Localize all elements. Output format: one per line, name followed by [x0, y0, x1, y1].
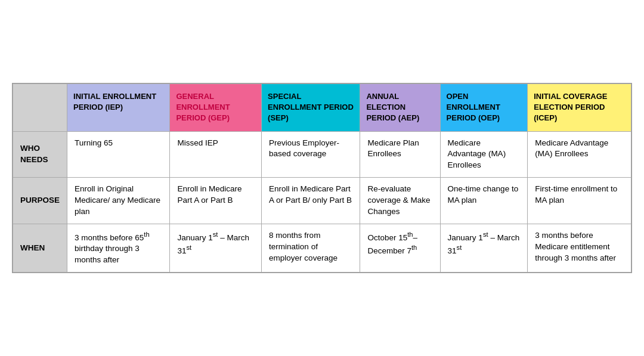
when-icep: 3 months before Medicare entitlement thr… — [528, 224, 631, 272]
header-blank — [13, 83, 67, 131]
who-needs-iep: Turning 65 — [67, 131, 170, 178]
who-needs-gep: Missed IEP — [170, 131, 262, 178]
when-row: WHEN 3 months before 65th birthday throu… — [13, 224, 631, 272]
who-needs-icep: Medicare Advantage (MA) Enrollees — [528, 131, 631, 178]
purpose-sep: Enroll in Medicare Part A or Part B/ onl… — [262, 178, 360, 224]
purpose-iep: Enroll in Original Medicare/ any Medicar… — [67, 178, 170, 224]
purpose-gep: Enroll in Medicare Part A or Part B — [170, 178, 262, 224]
who-needs-aep: Medicare Plan Enrollees — [360, 131, 440, 178]
purpose-icep: First-time enrollment to MA plan — [528, 178, 631, 224]
when-aep: October 15th– December 7th — [360, 224, 440, 272]
purpose-aep: Re-evaluate coverage & Make Changes — [360, 178, 440, 224]
header-icep: INITIAL COVERAGE ELECTION PERIOD (ICEP) — [528, 83, 631, 131]
header-sep: SPECIAL ENROLLMENT PERIOD (SEP) — [262, 83, 360, 131]
purpose-label: PURPOSE — [13, 178, 67, 224]
when-iep: 3 months before 65th birthday through 3 … — [67, 224, 170, 272]
header-oep: OPEN ENROLLMENT PERIOD (OEP) — [440, 83, 528, 131]
header-aep: ANNUAL ELECTION PERIOD (AEP) — [360, 83, 440, 131]
who-needs-sep: Previous Employer-based coverage — [262, 131, 360, 178]
purpose-row: PURPOSE Enroll in Original Medicare/ any… — [13, 178, 631, 224]
when-sep: 8 months from termination of employer co… — [262, 224, 360, 272]
when-gep: January 1st – March 31st — [170, 224, 262, 272]
header-gep: GENERAL ENROLLMENT PERIOD (GEP) — [170, 83, 262, 131]
when-oep: January 1st – March 31st — [440, 224, 528, 272]
main-table-wrapper: INITIAL ENROLLMENT PERIOD (IEP) GENERAL … — [12, 83, 632, 273]
header-iep: INITIAL ENROLLMENT PERIOD (IEP) — [67, 83, 170, 131]
who-needs-row: WHO NEEDS Turning 65 Missed IEP Previous… — [13, 131, 631, 178]
header-row: INITIAL ENROLLMENT PERIOD (IEP) GENERAL … — [13, 83, 631, 131]
when-label: WHEN — [13, 224, 67, 272]
who-needs-oep: Medicare Advantage (MA) Enrollees — [440, 131, 528, 178]
purpose-oep: One-time change to MA plan — [440, 178, 528, 224]
who-needs-label: WHO NEEDS — [13, 131, 67, 178]
